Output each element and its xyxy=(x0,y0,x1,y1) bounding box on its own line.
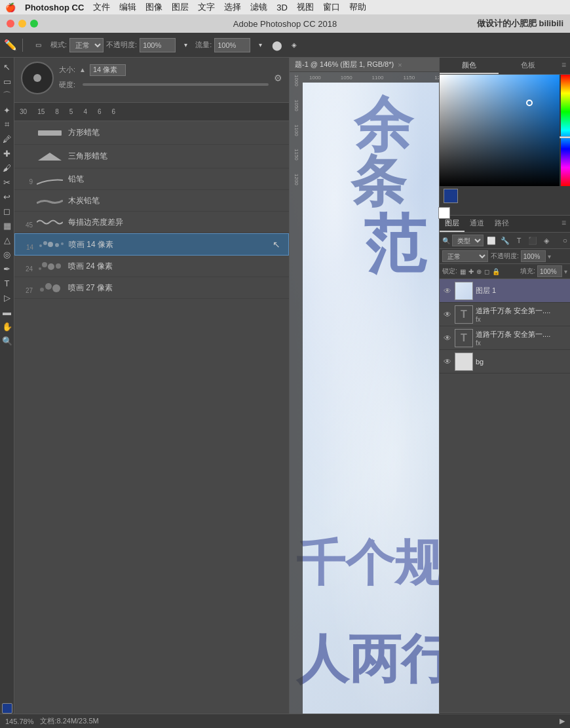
brush-preset-picker[interactable]: ▭ xyxy=(28,38,48,52)
list-item[interactable]: 三角形蜡笔 xyxy=(14,145,289,168)
maximize-button[interactable] xyxy=(30,20,38,28)
menu-view[interactable]: 视图 xyxy=(297,1,314,13)
swatches-tab[interactable]: 色板 xyxy=(499,58,558,74)
list-item[interactable]: 方形蜡笔 xyxy=(14,121,289,145)
color-tab[interactable]: 颜色 xyxy=(440,58,499,74)
channels-tab[interactable]: 通道 xyxy=(465,216,489,232)
fill-arrow[interactable]: ▾ xyxy=(564,268,567,275)
menu-image[interactable]: 图像 xyxy=(145,1,162,13)
opacity-arrow[interactable]: ▾ xyxy=(548,253,551,260)
lock-all-icon[interactable]: 🔒 xyxy=(492,268,500,275)
quick-select-tool[interactable]: ✦ xyxy=(1,104,14,117)
hand-tool[interactable]: ✋ xyxy=(1,320,14,333)
list-item[interactable]: 14 喷画 14 像素 ↖ xyxy=(14,233,289,256)
apple-menu[interactable]: 🍎 xyxy=(5,3,16,12)
filter-icon-2[interactable]: 🔧 xyxy=(499,235,511,246)
gradient-tool[interactable]: ▦ xyxy=(1,219,14,232)
hardness-track[interactable] xyxy=(83,83,269,86)
filter-icon-5[interactable]: ◈ xyxy=(541,235,552,246)
list-item[interactable]: 27 喷画 27 像素 xyxy=(14,277,289,299)
list-item[interactable]: 45 每描边亮度差异 xyxy=(14,212,289,233)
app-name[interactable]: Photoshop CC xyxy=(25,3,84,12)
layer-visibility-icon[interactable]: 👁 xyxy=(442,356,453,367)
layer-blend-select[interactable]: 正常 xyxy=(442,250,488,262)
airbrush-btn[interactable]: ⬤ xyxy=(270,38,284,52)
layer-filter-type[interactable]: 类型 xyxy=(452,235,484,246)
brush-size-30[interactable]: 30 xyxy=(20,108,27,115)
layer-item[interactable]: 👁 T 道路千万条 安全第一.... fx xyxy=(440,303,570,326)
history-brush-tool[interactable]: ↩ xyxy=(1,190,14,203)
move-tool[interactable]: ↖ xyxy=(1,60,14,73)
brush-size-input[interactable] xyxy=(90,64,126,76)
layer-visibility-icon[interactable]: 👁 xyxy=(442,309,453,320)
pen-tool[interactable]: ✒ xyxy=(1,262,14,275)
clone-tool[interactable]: ✂ xyxy=(1,176,14,189)
close-button[interactable] xyxy=(7,20,14,28)
menu-edit[interactable]: 编辑 xyxy=(119,1,136,13)
brush-size-4[interactable]: 4 xyxy=(83,108,87,115)
filter-icon-3[interactable]: T xyxy=(513,235,525,246)
flow-btn[interactable]: ▾ xyxy=(253,38,267,52)
menu-layer[interactable]: 图层 xyxy=(172,1,189,13)
layer-visibility-icon[interactable]: 👁 xyxy=(442,333,453,343)
brush-settings-gear[interactable]: ⚙ xyxy=(274,73,282,83)
layer-opacity-input[interactable] xyxy=(521,250,546,262)
eyedropper-tool[interactable]: 🖉 xyxy=(1,132,14,145)
status-arrow[interactable]: ▶ xyxy=(560,717,565,725)
lock-image-icon[interactable]: ✚ xyxy=(468,268,474,275)
canvas-content[interactable]: 余 条 范 千个规 人两行泪 1000 1050 1100 1150 1200 … xyxy=(290,72,439,728)
layer-item[interactable]: 👁 图层 1 xyxy=(440,279,570,303)
brush-size-15[interactable]: 15 xyxy=(37,108,45,115)
filter-icon-4[interactable]: ⬛ xyxy=(527,235,539,246)
lock-artboard-icon[interactable]: ◻ xyxy=(484,268,489,275)
menu-3d[interactable]: 3D xyxy=(276,3,288,12)
blend-mode-select[interactable]: 正常 xyxy=(69,38,104,52)
opacity-input[interactable] xyxy=(140,38,176,52)
shape-tool[interactable]: ▬ xyxy=(1,305,14,318)
foreground-color[interactable] xyxy=(2,703,12,714)
background-swatch[interactable] xyxy=(438,207,450,219)
paths-tab[interactable]: 路径 xyxy=(489,216,514,232)
canvas-tab[interactable]: 题-1 @ 146% (图层 1, RGB/8*) × xyxy=(290,58,439,72)
blur-tool[interactable]: △ xyxy=(1,233,14,246)
marquee-tool[interactable]: ▭ xyxy=(1,75,14,88)
canvas-tab-close[interactable]: × xyxy=(398,61,402,69)
lasso-tool[interactable]: ⌒ xyxy=(1,89,14,102)
layer-item[interactable]: 👁 T 道路千万条 安全第一.... fx xyxy=(440,326,570,350)
brush-tool[interactable]: 🖌 xyxy=(1,161,14,174)
healing-tool[interactable]: ✚ xyxy=(1,147,14,160)
list-item[interactable]: 9 铅笔 xyxy=(14,168,289,190)
layers-panel-menu[interactable]: ≡ xyxy=(558,216,570,232)
dodge-tool[interactable]: ◎ xyxy=(1,248,14,261)
menu-filter[interactable]: 滤镜 xyxy=(250,1,267,13)
crop-tool[interactable]: ⌗ xyxy=(1,118,14,131)
layer-item[interactable]: 👁 bg xyxy=(440,350,570,374)
eraser-tool[interactable]: ◻ xyxy=(1,204,14,218)
menu-file[interactable]: 文件 xyxy=(93,1,110,13)
filter-icon-1[interactable]: ⬜ xyxy=(485,235,497,246)
foreground-swatch[interactable] xyxy=(444,189,458,203)
layer-fill-input[interactable] xyxy=(537,265,562,277)
lock-transparent-icon[interactable]: ▦ xyxy=(460,268,466,275)
lock-position-icon[interactable]: ⊕ xyxy=(476,268,482,275)
flow-input[interactable] xyxy=(214,38,250,52)
menu-select[interactable]: 选择 xyxy=(224,1,241,13)
menu-window[interactable]: 窗口 xyxy=(323,1,340,13)
text-tool[interactable]: T xyxy=(1,277,14,290)
brush-size-8[interactable]: 8 xyxy=(55,108,59,115)
brush-size-6a[interactable]: 6 xyxy=(98,108,102,115)
path-select-tool[interactable]: ▷ xyxy=(1,291,14,304)
list-item[interactable]: 24 喷画 24 像素 xyxy=(14,256,289,277)
list-item[interactable]: 木炭铅笔 xyxy=(14,190,289,212)
opacity-btn[interactable]: ▾ xyxy=(178,38,193,52)
minimize-button[interactable] xyxy=(18,20,26,28)
pressure-btn[interactable]: ◈ xyxy=(287,38,301,52)
menu-help[interactable]: 帮助 xyxy=(349,1,366,13)
hue-slider[interactable] xyxy=(561,75,570,186)
layer-filter-toggle[interactable]: ○ xyxy=(563,236,567,245)
zoom-tool[interactable]: 🔍 xyxy=(1,334,14,347)
layer-visibility-icon[interactable]: 👁 xyxy=(442,286,453,296)
brush-size-5[interactable]: 5 xyxy=(69,108,73,115)
color-spectrum[interactable] xyxy=(440,75,570,186)
color-panel-menu[interactable]: ≡ xyxy=(558,58,570,74)
